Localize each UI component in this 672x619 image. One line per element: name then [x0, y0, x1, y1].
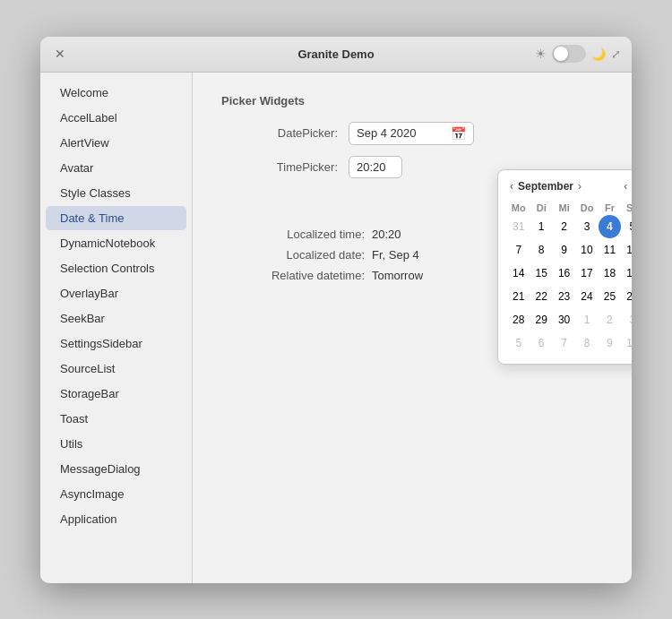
- calendar-icon[interactable]: 📅: [451, 126, 466, 141]
- calendar-day[interactable]: 16: [553, 262, 575, 285]
- localized-date-value: Fr, Sep 4: [372, 248, 419, 262]
- calendar-header: MoDiMiDoFrSaSo: [507, 201, 632, 215]
- localized-date-label: Localized date:: [221, 248, 365, 262]
- calendar-day[interactable]: 5: [621, 215, 632, 238]
- next-month-button[interactable]: ›: [575, 179, 584, 193]
- datepicker-row: DatePicker: Sep 4 2020 📅: [221, 122, 603, 145]
- sidebar-item-dynamicnotebook[interactable]: DynamicNotebook: [46, 231, 186, 255]
- sidebar-item-accellabel[interactable]: AccelLabel: [46, 106, 186, 130]
- toggle-knob: [554, 47, 568, 61]
- calendar-day[interactable]: 10: [621, 331, 632, 355]
- sidebar-item-styleclasses[interactable]: Style Classes: [46, 181, 186, 205]
- sidebar-item-application[interactable]: Application: [46, 507, 186, 531]
- picker-section-title: Picker Widgets: [221, 94, 603, 107]
- calendar-day[interactable]: 8: [530, 238, 553, 262]
- calendar-day[interactable]: 6: [530, 331, 553, 355]
- sidebar-item-toast[interactable]: Toast: [46, 407, 186, 431]
- calendar-day[interactable]: 1: [530, 215, 553, 238]
- prev-year-button[interactable]: ‹: [621, 179, 630, 193]
- calendar-day[interactable]: 19: [621, 262, 632, 285]
- calendar-nav: ‹ September › ‹ 2020 ›: [507, 179, 632, 193]
- calendar-day[interactable]: 1: [575, 308, 598, 331]
- calendar-grid: MoDiMiDoFrSaSo 3112345678910111213141516…: [507, 201, 632, 355]
- content-area: WelcomeAccelLabelAlertViewAvatarStyle Cl…: [40, 73, 632, 583]
- calendar-day[interactable]: 25: [599, 285, 621, 308]
- window-title: Granite Demo: [297, 47, 374, 61]
- calendar-day[interactable]: 4: [599, 215, 621, 238]
- relative-datetime-label: Relative datetime:: [221, 269, 365, 282]
- cal-day-header-fr: Fr: [599, 201, 621, 215]
- calendar-popup: ‹ September › ‹ 2020 › MoDiMiDoFrSaSo 31…: [497, 169, 632, 365]
- theme-toggle[interactable]: [552, 45, 586, 63]
- calendar-day[interactable]: 26: [621, 285, 632, 308]
- main-content: Picker Widgets DatePicker: Sep 4 2020 📅 …: [193, 73, 632, 583]
- timepicker-input[interactable]: 20:20: [349, 156, 402, 178]
- calendar-day[interactable]: 22: [530, 285, 553, 308]
- datepicker-value: Sep 4 2020: [357, 126, 451, 140]
- calendar-day[interactable]: 29: [530, 308, 553, 331]
- datepicker-input[interactable]: Sep 4 2020 📅: [349, 122, 474, 145]
- close-button[interactable]: ✕: [51, 45, 69, 63]
- sidebar-item-selectioncontrols[interactable]: Selection Controls: [46, 256, 186, 280]
- calendar-day[interactable]: 21: [507, 285, 530, 308]
- calendar-week-1: 78910111213: [507, 238, 632, 262]
- sidebar-item-settingssidebar[interactable]: SettingsSidebar: [46, 331, 186, 356]
- sidebar-item-storagebar[interactable]: StorageBar: [46, 382, 186, 406]
- prev-month-button[interactable]: ‹: [507, 179, 516, 193]
- main-window: ✕ Granite Demo ☀ 🌙 ⤢ WelcomeAccelLabelAl…: [40, 37, 632, 583]
- calendar-week-4: 2829301234: [507, 308, 632, 331]
- calendar-day[interactable]: 5: [507, 331, 530, 355]
- calendar-week-3: 21222324252627: [507, 285, 632, 308]
- calendar-day[interactable]: 30: [553, 308, 575, 331]
- calendar-day[interactable]: 8: [575, 331, 598, 355]
- sidebar-item-overlaybar[interactable]: OverlayBar: [46, 281, 186, 305]
- sidebar-item-welcome[interactable]: Welcome: [46, 81, 186, 105]
- timepicker-label: TimePicker:: [221, 160, 338, 174]
- calendar-day[interactable]: 18: [599, 262, 621, 285]
- calendar-day[interactable]: 24: [575, 285, 598, 308]
- timepicker-value: 20:20: [357, 160, 386, 174]
- sidebar-item-sourcelist[interactable]: SourceList: [46, 357, 186, 381]
- sidebar-item-asyncimage[interactable]: AsyncImage: [46, 482, 186, 506]
- sidebar-item-alertview[interactable]: AlertView: [46, 131, 186, 155]
- calendar-day[interactable]: 17: [575, 262, 598, 285]
- sidebar: WelcomeAccelLabelAlertViewAvatarStyle Cl…: [40, 73, 193, 583]
- calendar-day[interactable]: 11: [599, 238, 621, 262]
- month-nav: ‹ September ›: [507, 179, 584, 193]
- localized-time-label: Localized time:: [221, 228, 365, 241]
- sidebar-item-seekbar[interactable]: SeekBar: [46, 306, 186, 331]
- sidebar-item-avatar[interactable]: Avatar: [46, 156, 186, 180]
- calendar-day[interactable]: 10: [575, 238, 598, 262]
- calendar-day[interactable]: 12: [621, 238, 632, 262]
- year-nav: ‹ 2020 ›: [621, 179, 632, 193]
- sidebar-item-messagedialog[interactable]: MessageDialog: [46, 457, 186, 481]
- sun-icon: ☀: [535, 47, 547, 61]
- calendar-day[interactable]: 14: [507, 262, 530, 285]
- calendar-day[interactable]: 3: [575, 215, 598, 238]
- sidebar-item-utils[interactable]: Utils: [46, 432, 186, 456]
- calendar-day[interactable]: 2: [599, 308, 621, 331]
- cal-day-header-mo: Mo: [507, 201, 530, 215]
- calendar-day[interactable]: 23: [553, 285, 575, 308]
- calendar-day[interactable]: 31: [507, 215, 530, 238]
- calendar-day[interactable]: 2: [553, 215, 575, 238]
- calendar-day[interactable]: 28: [507, 308, 530, 331]
- calendar-day[interactable]: 7: [507, 238, 530, 262]
- cal-day-header-di: Di: [530, 201, 553, 215]
- calendar-day[interactable]: 9: [553, 238, 575, 262]
- calendar-day[interactable]: 3: [621, 308, 632, 331]
- cal-day-header-sa: Sa: [621, 201, 632, 215]
- calendar-week-5: 567891011: [507, 331, 632, 355]
- expand-icon[interactable]: ⤢: [611, 47, 621, 61]
- close-icon: ✕: [55, 47, 65, 61]
- calendar-week-2: 14151617181920: [507, 262, 632, 285]
- calendar-day[interactable]: 9: [599, 331, 621, 355]
- calendar-day[interactable]: 15: [530, 262, 553, 285]
- cal-day-header-mi: Mi: [553, 201, 575, 215]
- sidebar-item-datetime[interactable]: Date & Time: [46, 206, 186, 230]
- month-label: September: [518, 180, 573, 193]
- calendar-day[interactable]: 7: [553, 331, 575, 355]
- calendar-week-0: 31123456: [507, 215, 632, 238]
- titlebar: ✕ Granite Demo ☀ 🌙 ⤢: [40, 37, 632, 73]
- titlebar-controls: ☀ 🌙 ⤢: [535, 45, 621, 63]
